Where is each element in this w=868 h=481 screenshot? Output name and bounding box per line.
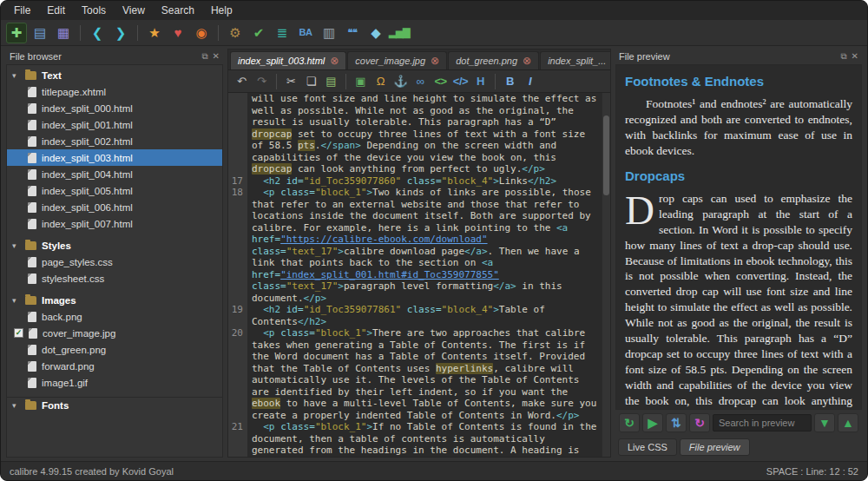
- arrange-files-button[interactable]: ⚙: [225, 23, 246, 43]
- file-item-image1.gif[interactable]: image1.gif: [7, 374, 222, 391]
- open-in-browser-button[interactable]: ▶: [642, 413, 663, 432]
- code-token: [488, 234, 494, 245]
- file-item-index_split_004.html[interactable]: index_split_004.html: [7, 166, 222, 182]
- menu-item-search[interactable]: Search: [154, 2, 202, 19]
- code-editor[interactable]: will use font size and line height to si…: [228, 93, 602, 457]
- close-panel-icon[interactable]: ✕: [213, 52, 220, 61]
- preview-tab-file-preview[interactable]: File preview: [680, 438, 750, 456]
- insert-anchor-button[interactable]: ⚓: [391, 72, 410, 90]
- status-version-text: calibre 4.99.15 created by Kovid Goyal: [10, 466, 174, 477]
- menu-item-edit[interactable]: Edit: [39, 2, 73, 19]
- italic-button[interactable]: I: [521, 72, 539, 90]
- sync-position-button[interactable]: ⇅: [666, 413, 687, 432]
- smarten-punctuation-button[interactable]: ❝❝: [342, 23, 363, 43]
- file-item-index_split_001.html[interactable]: index_split_001.html: [7, 116, 222, 133]
- tab-index-split-003-html[interactable]: index_split_003.html⊗: [230, 51, 346, 69]
- cut-button[interactable]: ✂: [282, 72, 300, 90]
- insert-special-character-button[interactable]: Ω: [372, 72, 390, 90]
- section-fonts[interactable]: ▾Fonts: [7, 397, 222, 413]
- beautify-button[interactable]: ◆: [365, 23, 386, 43]
- find-next-button[interactable]: ▼: [814, 413, 835, 432]
- file-name: index_split_005.html: [42, 186, 133, 196]
- heading-button[interactable]: H: [471, 72, 490, 90]
- file-name: page_styles.css: [42, 257, 113, 267]
- file-item-index_split_006.html[interactable]: index_split_006.html: [7, 199, 222, 215]
- paste-button[interactable]: ▤: [322, 72, 340, 90]
- donate-button[interactable]: ♥: [168, 23, 188, 43]
- refresh-preview-button[interactable]: ↻: [619, 413, 640, 432]
- reports-button[interactable]: ▥: [319, 23, 339, 43]
- editor-tabbar: index_split_003.html⊗cover_image.jpg⊗dot…: [228, 49, 610, 70]
- menu-item-view[interactable]: View: [115, 2, 153, 19]
- code-token: "block_1": [315, 187, 367, 198]
- tab-close-icon[interactable]: ⊗: [330, 56, 339, 66]
- save-button[interactable]: ▦: [53, 23, 74, 43]
- tab-index-split-[interactable]: index_split_...⊗: [540, 51, 610, 69]
- open-book-button[interactable]: ▤: [30, 23, 50, 43]
- code-token: >: [493, 304, 499, 315]
- code-token: </h2>: [528, 175, 556, 187]
- save-icon: ▦: [57, 26, 69, 39]
- code-token: [499, 269, 505, 280]
- table-of-contents-button[interactable]: ≣: [272, 23, 293, 43]
- code-token: "block_1": [315, 327, 367, 339]
- file-item-index_split_007.html[interactable]: index_split_007.html: [7, 215, 222, 232]
- tab-dot-green-png[interactable]: dot_green.png⊗: [448, 51, 539, 69]
- scrollbar-thumb[interactable]: [603, 115, 609, 195]
- float-panel-icon[interactable]: ⧉: [201, 52, 207, 61]
- editor-scrollbar[interactable]: [602, 93, 610, 457]
- bookmark-button[interactable]: ★: [144, 23, 165, 43]
- undo-button[interactable]: ↶: [233, 72, 251, 90]
- section-images[interactable]: ▾Images: [7, 293, 222, 308]
- code-token: "block_4": [442, 175, 494, 187]
- find-previous-button[interactable]: ▲: [838, 413, 858, 432]
- insert-tag-button[interactable]: <>: [431, 72, 450, 90]
- preview-controls-right: ▼▲: [814, 413, 858, 432]
- community-button[interactable]: ◉: [191, 23, 212, 43]
- reload-styles-button[interactable]: ↻: [689, 413, 710, 432]
- file-item-cover_image.jpg[interactable]: ✓cover_image.jpg: [7, 325, 222, 341]
- float-panel-icon[interactable]: ⧉: [840, 52, 846, 61]
- tab-close-icon[interactable]: ⊗: [523, 56, 531, 66]
- status-bar: calibre 4.99.15 created by Kovid Goyal S…: [1, 461, 867, 480]
- bold-button[interactable]: B: [501, 72, 519, 90]
- copy-button[interactable]: ❏: [302, 72, 320, 90]
- code-block-button[interactable]: </>: [451, 72, 470, 90]
- go-forward-button[interactable]: ❯: [110, 23, 131, 43]
- status-cursor-position: SPACE : Line: 12 : 52: [766, 466, 858, 477]
- file-item-index_split_003.html[interactable]: index_split_003.html: [7, 149, 222, 166]
- menu-item-tools[interactable]: Tools: [74, 2, 114, 19]
- close-panel-icon[interactable]: ✕: [852, 52, 858, 61]
- code-token: class=: [407, 304, 442, 315]
- tab-label: dot_green.png: [456, 56, 517, 66]
- file-item-stylesheet.css[interactable]: stylesheet.css: [7, 270, 222, 287]
- statistics-button[interactable]: ▂▅▇: [389, 23, 410, 43]
- code-token: "id_Toc359077861": [304, 304, 402, 315]
- menu-item-file[interactable]: File: [6, 2, 38, 19]
- file-item-forward.png[interactable]: forward.png: [7, 358, 222, 374]
- file-item-index_split_000.html[interactable]: index_split_000.html: [7, 100, 222, 116]
- section-styles[interactable]: ▾Styles: [7, 238, 222, 254]
- menu-item-help[interactable]: Help: [203, 2, 240, 19]
- insert-hyperlink-button[interactable]: ∞: [411, 72, 430, 90]
- file-item-titlepage.xhtml[interactable]: titlepage.xhtml: [7, 83, 222, 100]
- new-file-button[interactable]: ✚: [6, 23, 27, 43]
- file-item-page_styles.css[interactable]: page_styles.css: [7, 254, 222, 270]
- manage-fonts-button[interactable]: BA: [295, 23, 316, 43]
- preview-tab-live-css[interactable]: Live CSS: [618, 438, 677, 456]
- file-item-index_split_002.html[interactable]: index_split_002.html: [7, 133, 222, 149]
- tab-cover-image-jpg[interactable]: cover_image.jpg⊗: [347, 51, 447, 69]
- redo-button[interactable]: ↷: [253, 72, 271, 90]
- file-item-index_split_005.html[interactable]: index_split_005.html: [7, 182, 222, 199]
- preview-heading-footnotes: Footnotes & Endnotes: [625, 73, 852, 90]
- check-book-button[interactable]: ✔: [248, 23, 269, 43]
- insert-image-button[interactable]: ▣: [352, 72, 370, 90]
- preview-search-input[interactable]: [713, 414, 812, 432]
- file-item-back.png[interactable]: back.png: [7, 308, 222, 325]
- file-icon: [28, 257, 36, 267]
- tab-close-icon[interactable]: ⊗: [431, 56, 439, 66]
- section-text[interactable]: ▾Text: [7, 68, 222, 83]
- file-item-dot_green.png[interactable]: dot_green.png: [7, 341, 222, 358]
- go-back-button[interactable]: ❮: [87, 23, 108, 43]
- code-token: [401, 304, 407, 315]
